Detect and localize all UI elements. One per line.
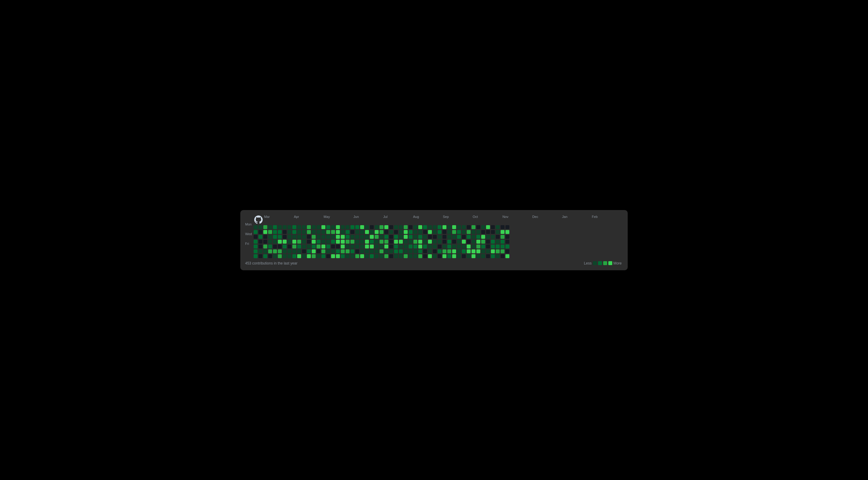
day-cell[interactable] <box>321 245 326 249</box>
day-cell[interactable] <box>447 225 451 229</box>
day-cell[interactable] <box>341 230 345 234</box>
day-cell[interactable] <box>491 249 495 253</box>
day-cell[interactable] <box>399 240 403 244</box>
day-cell[interactable] <box>326 230 330 234</box>
day-cell[interactable] <box>317 235 320 239</box>
day-cell[interactable] <box>496 254 500 258</box>
day-cell[interactable] <box>462 240 466 244</box>
day-cell[interactable] <box>297 235 301 239</box>
day-cell[interactable] <box>452 249 456 253</box>
day-cell[interactable] <box>355 240 359 244</box>
day-cell[interactable] <box>287 225 291 229</box>
day-cell[interactable] <box>404 235 408 239</box>
day-cell[interactable] <box>287 245 291 249</box>
day-cell[interactable] <box>447 254 451 258</box>
day-cell[interactable] <box>457 245 461 249</box>
day-cell[interactable] <box>317 254 320 258</box>
day-cell[interactable] <box>346 235 349 239</box>
day-cell[interactable] <box>258 230 262 234</box>
day-cell[interactable] <box>423 249 427 253</box>
day-cell[interactable] <box>423 254 427 258</box>
day-cell[interactable] <box>365 230 369 234</box>
day-cell[interactable] <box>452 235 456 239</box>
day-cell[interactable] <box>365 235 369 239</box>
day-cell[interactable] <box>462 230 466 234</box>
day-cell[interactable] <box>399 225 403 229</box>
day-cell[interactable] <box>321 225 326 229</box>
day-cell[interactable] <box>302 245 306 249</box>
day-cell[interactable] <box>375 245 379 249</box>
day-cell[interactable] <box>292 240 296 244</box>
day-cell[interactable] <box>379 240 383 244</box>
day-cell[interactable] <box>476 254 480 258</box>
day-cell[interactable] <box>278 249 282 253</box>
day-cell[interactable] <box>491 235 495 239</box>
day-cell[interactable] <box>404 240 408 244</box>
day-cell[interactable] <box>312 254 316 258</box>
day-cell[interactable] <box>452 245 456 249</box>
day-cell[interactable] <box>384 254 388 258</box>
day-cell[interactable] <box>346 249 349 253</box>
day-cell[interactable] <box>496 240 500 244</box>
day-cell[interactable] <box>302 254 306 258</box>
day-cell[interactable] <box>292 245 296 249</box>
day-cell[interactable] <box>379 225 383 229</box>
day-cell[interactable] <box>268 245 272 249</box>
day-cell[interactable] <box>505 225 509 229</box>
day-cell[interactable] <box>370 230 374 234</box>
day-cell[interactable] <box>413 230 417 234</box>
day-cell[interactable] <box>360 245 364 249</box>
day-cell[interactable] <box>452 240 456 244</box>
day-cell[interactable] <box>418 245 422 249</box>
day-cell[interactable] <box>278 225 282 229</box>
day-cell[interactable] <box>263 240 267 244</box>
day-cell[interactable] <box>321 230 326 234</box>
day-cell[interactable] <box>350 225 354 229</box>
day-cell[interactable] <box>442 249 446 253</box>
day-cell[interactable] <box>273 249 277 253</box>
day-cell[interactable] <box>433 249 437 253</box>
day-cell[interactable] <box>312 245 316 249</box>
day-cell[interactable] <box>501 249 504 253</box>
day-cell[interactable] <box>273 230 277 234</box>
day-cell[interactable] <box>278 240 282 244</box>
day-cell[interactable] <box>350 240 354 244</box>
day-cell[interactable] <box>331 245 335 249</box>
day-cell[interactable] <box>365 245 369 249</box>
day-cell[interactable] <box>283 249 287 253</box>
day-cell[interactable] <box>496 249 500 253</box>
day-cell[interactable] <box>467 249 471 253</box>
day-cell[interactable] <box>404 225 408 229</box>
day-cell[interactable] <box>418 235 422 239</box>
day-cell[interactable] <box>433 235 437 239</box>
day-cell[interactable] <box>370 225 374 229</box>
day-cell[interactable] <box>254 235 257 239</box>
day-cell[interactable] <box>278 254 282 258</box>
day-cell[interactable] <box>273 225 277 229</box>
day-cell[interactable] <box>384 240 388 244</box>
day-cell[interactable] <box>317 225 320 229</box>
day-cell[interactable] <box>462 254 466 258</box>
day-cell[interactable] <box>326 245 330 249</box>
day-cell[interactable] <box>467 254 471 258</box>
day-cell[interactable] <box>438 240 441 244</box>
day-cell[interactable] <box>394 240 398 244</box>
day-cell[interactable] <box>297 249 301 253</box>
day-cell[interactable] <box>471 225 475 229</box>
day-cell[interactable] <box>278 245 282 249</box>
day-cell[interactable] <box>394 254 398 258</box>
day-cell[interactable] <box>258 245 262 249</box>
day-cell[interactable] <box>297 225 301 229</box>
day-cell[interactable] <box>505 245 509 249</box>
day-cell[interactable] <box>254 245 257 249</box>
day-cell[interactable] <box>501 235 504 239</box>
day-cell[interactable] <box>389 245 393 249</box>
day-cell[interactable] <box>389 249 393 253</box>
day-cell[interactable] <box>476 245 480 249</box>
day-cell[interactable] <box>379 230 383 234</box>
day-cell[interactable] <box>292 230 296 234</box>
day-cell[interactable] <box>254 240 257 244</box>
day-cell[interactable] <box>365 254 369 258</box>
day-cell[interactable] <box>491 240 495 244</box>
day-cell[interactable] <box>476 249 480 253</box>
